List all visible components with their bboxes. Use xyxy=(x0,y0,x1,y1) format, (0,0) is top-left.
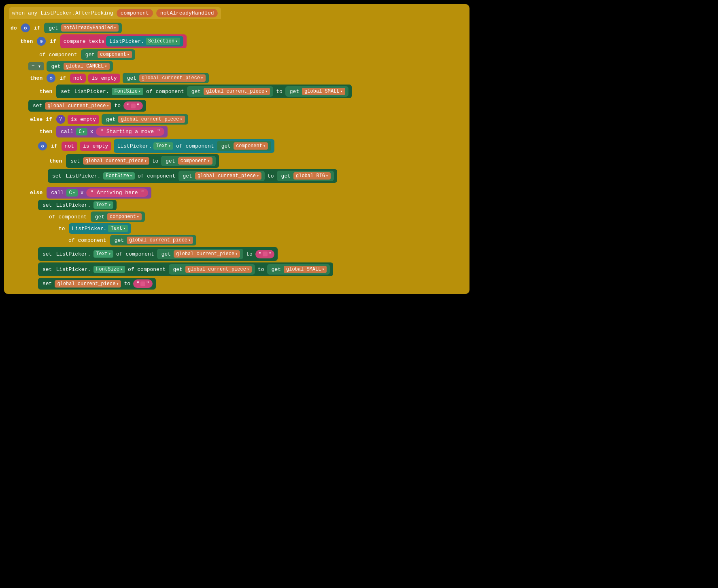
call-arriving-here-block[interactable]: call C ▾ x " Arriving here " xyxy=(47,187,151,199)
event-label: when any ListPicker.AfterPicking xyxy=(12,10,113,16)
set-fontsize-big[interactable]: set ListPicker. FontSize ▾ of component … xyxy=(48,169,337,183)
global-small-dropdown-1[interactable]: global SMALL ▾ xyxy=(302,88,345,95)
listpicker-selection-block[interactable]: ListPicker. Selection ▾ xyxy=(106,36,183,47)
current-piece-dropdown-5[interactable]: global current_piece ▾ xyxy=(127,237,193,244)
get-global-current-piece-1[interactable]: get global current_piece ▾ xyxy=(123,73,209,83)
get-component-1[interactable]: get component ▾ xyxy=(81,49,135,60)
do-row: do ⚙ if get notAlreadyHandled ▾ xyxy=(9,23,465,33)
get-current-piece-6[interactable]: get global current_piece ▾ xyxy=(157,249,243,259)
text-dropdown-1[interactable]: Text ▾ xyxy=(153,142,173,150)
fontsize-dropdown-2[interactable]: FontSize ▾ xyxy=(103,172,135,180)
then-call-starting-move-row: then call C ▾ x " Starting a move " xyxy=(28,126,465,137)
get-not-already-handled[interactable]: get notAlreadyHandled ▾ xyxy=(44,23,122,33)
current-piece-dropdown-7[interactable]: global current_piece ▾ xyxy=(185,266,252,273)
get-current-piece-2[interactable]: get global current_piece ▾ xyxy=(187,86,273,97)
arriving-here-string: " Arriving here " xyxy=(86,188,148,197)
param-component[interactable]: component xyxy=(117,9,153,17)
empty-string-2: " " xyxy=(255,250,275,258)
set-current-piece-dropdown-1[interactable]: global current_piece ▾ xyxy=(45,102,111,110)
not-block-2[interactable]: not xyxy=(62,142,77,151)
global-cancel-dropdown[interactable]: global CANCEL ▾ xyxy=(64,63,110,70)
question-icon[interactable]: ? xyxy=(56,115,65,124)
set-listpicker-text-block[interactable]: set ListPicker. Text ▾ xyxy=(38,200,117,210)
is-empty-block-3[interactable]: is empty xyxy=(80,142,111,151)
current-piece-dropdown-3[interactable]: global current_piece ▾ xyxy=(118,116,185,123)
then-if-not-empty-section: then ⚙ if not is empty get global curren… xyxy=(9,73,465,112)
to-listpicker-text-row: to ListPicker. Text ▾ xyxy=(38,223,465,234)
text-dropdown-4[interactable]: Text ▾ xyxy=(93,250,113,258)
c-dropdown-1[interactable]: C ▾ xyxy=(76,128,87,135)
get-global-current-piece-3[interactable]: get global current_piece ▾ xyxy=(102,114,188,125)
is-empty-block-1[interactable]: is empty xyxy=(88,74,120,83)
get-component-4[interactable]: get component ▾ xyxy=(91,212,145,222)
event-header: when any ListPicker.AfterPicking compone… xyxy=(9,7,221,19)
then-keyword-1: then xyxy=(20,38,33,44)
compare-texts-block[interactable]: compare texts ListPicker. Selection ▾ xyxy=(60,34,187,48)
current-piece-dropdown-2[interactable]: global current_piece ▾ xyxy=(204,88,270,95)
do-keyword: do xyxy=(11,25,17,31)
global-big-dropdown[interactable]: global BIG ▾ xyxy=(293,172,331,180)
gear-icon-1[interactable]: ⚙ xyxy=(21,23,30,32)
set-current-piece-component[interactable]: set global current_piece ▾ to get compon… xyxy=(66,154,219,168)
get-current-piece-4[interactable]: get global current_piece ▾ xyxy=(178,171,265,181)
of-component-arriving-row: of component get component ▾ xyxy=(38,212,465,222)
get-global-small-2[interactable]: get global SMALL ▾ xyxy=(267,264,330,275)
current-piece-dropdown-6[interactable]: global current_piece ▾ xyxy=(174,250,240,258)
empty-box-3 xyxy=(140,281,145,286)
gear-icon-2[interactable]: ⚙ xyxy=(37,37,46,46)
component-dropdown-2[interactable]: component ▾ xyxy=(234,142,268,150)
empty-box-1 xyxy=(131,104,136,108)
set-current-piece-empty-2-row: set global current_piece ▾ to " " xyxy=(28,278,465,290)
component-dropdown-1[interactable]: component ▾ xyxy=(98,51,132,58)
gear-icon-3[interactable]: ⚙ xyxy=(47,74,55,82)
set-fontsize-small-row: then set ListPicker. FontSize ▾ of compo… xyxy=(28,85,465,98)
get-component-3[interactable]: get component ▾ xyxy=(161,156,215,166)
is-empty-block-2[interactable]: is empty xyxy=(68,115,99,124)
set-listpicker-fontsize-1[interactable]: set ListPicker. FontSize ▾ of component … xyxy=(56,85,351,98)
eq-block[interactable]: = ▾ xyxy=(28,62,44,70)
get-global-small-1[interactable]: get global SMALL ▾ xyxy=(285,86,348,97)
else-keyword: else xyxy=(30,190,42,196)
empty-string-1: " " xyxy=(123,102,143,110)
get-global-big[interactable]: get global BIG ▾ xyxy=(277,171,334,181)
set-global-current-piece-empty-1[interactable]: set global current_piece ▾ to " " xyxy=(28,100,146,112)
inner-if-not-empty-text-row: ⚙ if not is empty ListPicker. Text ▾ of … xyxy=(28,139,465,153)
get-global-cancel[interactable]: get global CANCEL ▾ xyxy=(47,61,113,72)
if-keyword-1: if xyxy=(34,25,40,31)
text-dropdown-3[interactable]: Text ▾ xyxy=(108,225,128,232)
text-dropdown-2[interactable]: Text ▾ xyxy=(93,201,113,209)
component-dropdown-4[interactable]: component ▾ xyxy=(107,213,142,220)
empty-string-3: " " xyxy=(133,279,153,288)
listpicker-text-block-2[interactable]: ListPicker. Text ▾ xyxy=(69,223,132,234)
component-dropdown-3[interactable]: component ▾ xyxy=(178,157,212,165)
get-component-2[interactable]: get component ▾ xyxy=(217,141,271,151)
get-current-piece-5[interactable]: get global current_piece ▾ xyxy=(110,235,196,245)
global-small-dropdown-2[interactable]: global SMALL ▾ xyxy=(284,266,327,273)
fontsize-dropdown-3[interactable]: FontSize ▾ xyxy=(93,266,125,273)
selection-dropdown[interactable]: Selection ▾ xyxy=(146,38,180,45)
not-block-1[interactable]: not xyxy=(70,74,86,83)
fontsize-dropdown-1[interactable]: FontSize ▾ xyxy=(112,88,143,95)
c-dropdown-2[interactable]: C ▾ xyxy=(66,189,77,197)
current-piece-dropdown-1[interactable]: global current_piece ▾ xyxy=(139,74,206,82)
listpicker-text-block-1[interactable]: ListPicker. Text ▾ of component get comp… xyxy=(114,139,274,153)
gear-icon-4[interactable]: ⚙ xyxy=(38,142,47,150)
get-current-piece-7[interactable]: get global current_piece ▾ xyxy=(169,264,255,275)
else-section: else call C ▾ x " Arriving here " set Li… xyxy=(9,187,465,290)
current-piece-dropdown-4[interactable]: global current_piece ▾ xyxy=(195,172,261,180)
then-keyword-3: then xyxy=(40,89,52,95)
main-block-container: when any ListPicker.AfterPicking compone… xyxy=(4,4,469,294)
then-keyword-4: then xyxy=(40,129,52,135)
if-keyword-2: if xyxy=(50,38,56,44)
else-if-section: else if ? is empty get global current_pi… xyxy=(9,114,465,183)
not-already-handled-dropdown[interactable]: notAlreadyHandled ▾ xyxy=(61,24,119,32)
set-listpicker-text-empty[interactable]: set ListPicker. Text ▾ of component get … xyxy=(38,247,278,261)
starting-move-string: " Starting a move " xyxy=(96,127,164,136)
set-current-piece-dropdown-3[interactable]: global current_piece ▾ xyxy=(55,280,121,288)
param-not-already-handled[interactable]: notAlreadyHandled xyxy=(156,9,218,17)
set-global-current-piece-empty-2[interactable]: set global current_piece ▾ to " " xyxy=(38,278,156,290)
set-current-piece-dropdown-2[interactable]: global current_piece ▾ xyxy=(83,157,149,165)
set-fontsize-small-2[interactable]: set ListPicker. FontSize ▾ of component … xyxy=(38,262,333,276)
call-starting-move-block[interactable]: call C ▾ x " Starting a move " xyxy=(56,126,168,137)
then-keyword-5: then xyxy=(49,158,62,164)
